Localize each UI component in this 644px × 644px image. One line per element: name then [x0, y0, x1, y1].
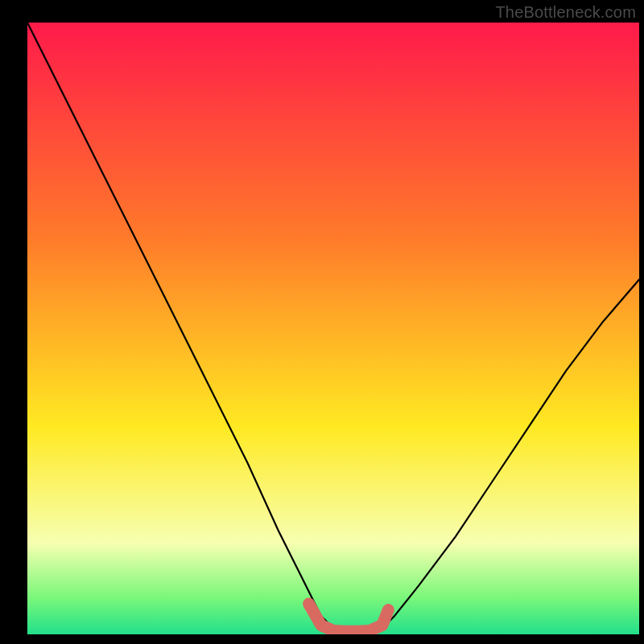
watermark-text: TheBottleneck.com	[495, 3, 636, 22]
plot-area	[27, 23, 639, 634]
gradient-background	[27, 23, 639, 634]
chart-frame: TheBottleneck.com	[0, 0, 644, 644]
chart-svg	[27, 23, 639, 634]
